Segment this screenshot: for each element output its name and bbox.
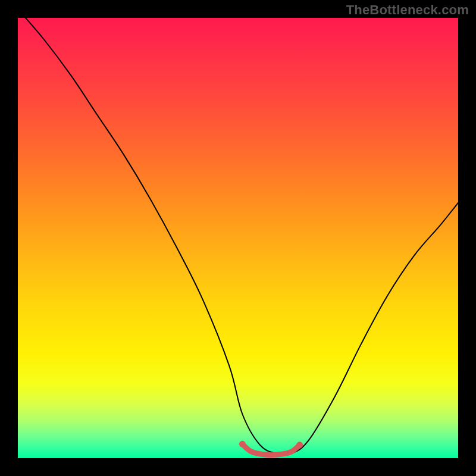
- curve-layer: [18, 18, 458, 458]
- watermark-text: TheBottleneck.com: [346, 2, 469, 18]
- flat-zone-endpoint-left: [239, 441, 246, 447]
- chart-frame: TheBottleneck.com: [0, 0, 476, 476]
- bottleneck-flat-zone-path: [242, 444, 299, 455]
- plot-area: [18, 18, 458, 458]
- bottleneck-curve-path: [18, 18, 458, 455]
- flat-zone-endpoint-right: [296, 441, 303, 448]
